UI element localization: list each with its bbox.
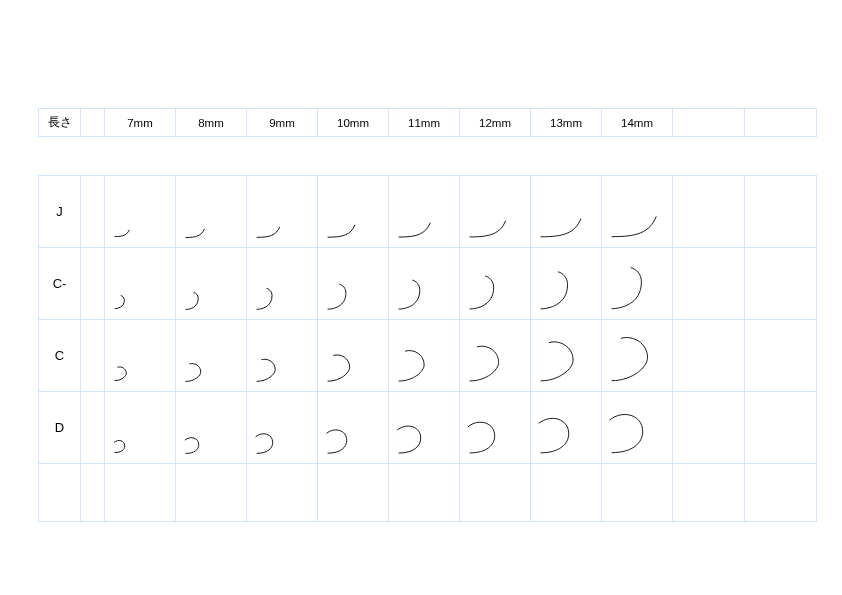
- curl-c-12mm-icon: [466, 345, 510, 385]
- row-spacer: [81, 176, 105, 248]
- curl-type-label: D: [39, 392, 81, 464]
- length-col-8mm: 8mm: [176, 109, 247, 137]
- curl-swatch-cell: [176, 248, 247, 320]
- curl-j-14mm-icon: [608, 193, 660, 241]
- curl-type-label: C: [39, 320, 81, 392]
- curl-cminus-9mm-icon: [253, 285, 284, 313]
- curl-swatch-cell: [389, 248, 460, 320]
- length-header-table: 長さ 7mm 8mm 9mm 10mm 11mm 12mm 13mm 14mm: [38, 108, 817, 137]
- empty-cell: [745, 464, 817, 522]
- curl-swatch-cell: [389, 176, 460, 248]
- curl-swatch-cell: [389, 392, 460, 464]
- curl-c-14mm-icon: [608, 337, 660, 385]
- empty-cell: [460, 464, 531, 522]
- curl-j-7mm-icon: [111, 220, 133, 241]
- curl-swatch-cell: [318, 392, 389, 464]
- empty-cell: [602, 464, 673, 522]
- row-spacer: [81, 392, 105, 464]
- length-col-10mm: 10mm: [318, 109, 389, 137]
- curl-type-label: J: [39, 176, 81, 248]
- curl-swatch-cell: [318, 320, 389, 392]
- empty-cell: [39, 464, 81, 522]
- curl-j-13mm-icon: [537, 197, 585, 241]
- curl-c-10mm-icon: [324, 353, 359, 385]
- table-row: C: [39, 320, 817, 392]
- curl-swatch-cell: [602, 176, 673, 248]
- curl-cminus-8mm-icon: [182, 289, 208, 314]
- length-label: 長さ: [39, 109, 81, 137]
- curl-d-12mm-icon: [466, 417, 510, 457]
- page: 長さ 7mm 8mm 9mm 10mm 11mm 12mm 13mm 14mm …: [0, 0, 842, 595]
- curl-swatch-cell: [531, 248, 602, 320]
- curl-c-13mm-icon: [537, 341, 585, 385]
- curl-swatch-cell: [105, 392, 176, 464]
- trailing-empty-cell: [673, 320, 745, 392]
- curl-d-8mm-icon: [182, 433, 208, 458]
- curl-swatch-cell: [176, 320, 247, 392]
- trailing-empty-cell: [673, 176, 745, 248]
- curl-swatch-cell: [531, 176, 602, 248]
- curl-cminus-11mm-icon: [395, 277, 434, 313]
- curl-d-10mm-icon: [324, 425, 359, 457]
- curl-swatch-cell: [318, 176, 389, 248]
- length-col-14mm: 14mm: [602, 109, 673, 137]
- curl-swatch-cell: [460, 248, 531, 320]
- curl-c-7mm-icon: [111, 364, 133, 385]
- empty-cell: [176, 464, 247, 522]
- table-row: J: [39, 176, 817, 248]
- row-spacer: [81, 248, 105, 320]
- curl-type-label: C-: [39, 248, 81, 320]
- curl-cminus-10mm-icon: [324, 281, 359, 313]
- length-col-11mm: 11mm: [389, 109, 460, 137]
- empty-cell: [673, 464, 745, 522]
- curl-cminus-14mm-icon: [608, 265, 660, 313]
- length-col-12mm: 12mm: [460, 109, 531, 137]
- curl-cminus-7mm-icon: [111, 292, 133, 313]
- curl-j-11mm-icon: [395, 205, 434, 241]
- length-col-7mm: 7mm: [105, 109, 176, 137]
- curl-swatch-cell: [318, 248, 389, 320]
- curl-swatch-cell: [105, 320, 176, 392]
- header-trailing-1: [673, 109, 745, 137]
- curl-swatch-cell: [602, 248, 673, 320]
- trailing-empty-cell: [673, 248, 745, 320]
- empty-cell: [389, 464, 460, 522]
- table-row: [39, 464, 817, 522]
- curl-d-7mm-icon: [111, 436, 133, 457]
- empty-cell: [318, 464, 389, 522]
- curl-swatch-cell: [247, 176, 318, 248]
- curl-swatch-cell: [602, 392, 673, 464]
- curl-swatch-cell: [105, 176, 176, 248]
- curl-swatch-cell: [247, 320, 318, 392]
- curl-swatch-cell: [105, 248, 176, 320]
- curl-d-14mm-icon: [608, 409, 660, 457]
- length-col-13mm: 13mm: [531, 109, 602, 137]
- length-col-9mm: 9mm: [247, 109, 318, 137]
- curl-c-9mm-icon: [253, 357, 284, 385]
- trailing-empty-cell: [745, 248, 817, 320]
- curl-swatch-cell: [247, 248, 318, 320]
- curl-swatch-cell: [176, 392, 247, 464]
- curl-j-10mm-icon: [324, 209, 359, 241]
- curl-swatch-cell: [247, 392, 318, 464]
- header-trailing-2: [745, 109, 817, 137]
- curl-chart-table: J C-: [38, 175, 817, 522]
- curl-j-12mm-icon: [466, 201, 510, 241]
- curl-swatch-cell: [460, 392, 531, 464]
- curl-swatch-cell: [531, 392, 602, 464]
- empty-cell: [247, 464, 318, 522]
- header-spacer: [81, 109, 105, 137]
- curl-j-9mm-icon: [253, 213, 284, 241]
- curl-c-11mm-icon: [395, 349, 434, 385]
- curl-swatch-cell: [176, 176, 247, 248]
- curl-swatch-cell: [389, 320, 460, 392]
- table-row: D: [39, 392, 817, 464]
- empty-cell: [531, 464, 602, 522]
- curl-swatch-cell: [602, 320, 673, 392]
- curl-c-8mm-icon: [182, 361, 208, 386]
- trailing-empty-cell: [745, 320, 817, 392]
- empty-cell: [105, 464, 176, 522]
- curl-swatch-cell: [531, 320, 602, 392]
- empty-cell: [81, 464, 105, 522]
- curl-d-13mm-icon: [537, 413, 585, 457]
